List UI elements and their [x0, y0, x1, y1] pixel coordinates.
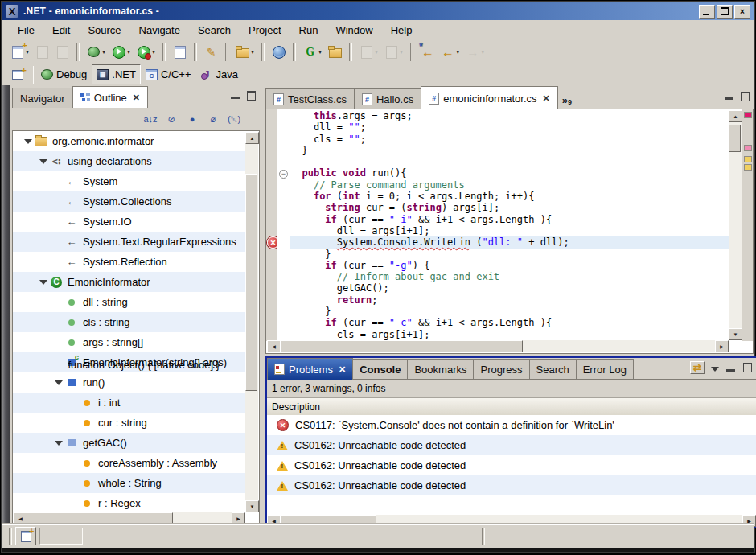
- debug-button[interactable]: ▾: [84, 43, 109, 62]
- minimize-problems-button[interactable]: [725, 364, 736, 372]
- fast-view-button[interactable]: [15, 527, 36, 545]
- tab-console[interactable]: Console: [352, 359, 408, 379]
- annotation-ruler[interactable]: ✕: [266, 109, 277, 341]
- code-line[interactable]: if (cur == "-g") {: [290, 260, 729, 271]
- view-menu-icon[interactable]: [711, 367, 719, 372]
- title-bar[interactable]: X .NET - emonicinformator.cs - ×: [2, 2, 754, 20]
- menu-help[interactable]: Help: [382, 22, 421, 39]
- format-button[interactable]: ✎: [201, 43, 221, 62]
- dropdown-arrow-icon[interactable]: ▾: [152, 48, 155, 56]
- tree-item[interactable]: r : Regex: [13, 493, 245, 513]
- overview-ruler[interactable]: [742, 109, 753, 341]
- minimize-editor-button[interactable]: [724, 92, 734, 101]
- overview-marker[interactable]: [744, 112, 752, 118]
- code-editor[interactable]: this.args = args; dll = ""; cls = ""; } …: [290, 110, 729, 341]
- tree-item[interactable]: run(): [13, 372, 245, 393]
- scroll-thumb[interactable]: [280, 340, 523, 352]
- dropdown-arrow-icon[interactable]: ▾: [251, 48, 254, 56]
- code-line[interactable]: for (int i = 0; i < args.Length; i++){: [290, 191, 729, 202]
- minimize-view-button[interactable]: [230, 91, 240, 100]
- maximize-problems-button[interactable]: [742, 364, 753, 372]
- hide-locals-icon[interactable]: (␡): [228, 113, 240, 125]
- perspective-debug[interactable]: Debug: [36, 64, 92, 84]
- perspective-java[interactable]: JJava: [196, 64, 243, 84]
- close-tab-icon[interactable]: ✕: [339, 364, 346, 375]
- code-line[interactable]: // Inform about gac and exit: [290, 271, 729, 282]
- tree-item[interactable]: ←System.Text.RegularExpressions: [13, 232, 245, 252]
- problem-row[interactable]: ✕CS0117: `System.Console' does not conta…: [267, 415, 756, 435]
- editor-tab-hallocs[interactable]: Hallo.cs: [354, 88, 421, 109]
- code-line[interactable]: dll = "";: [290, 121, 729, 133]
- problem-row[interactable]: CS0162: Unreachable code detected: [267, 455, 756, 475]
- sort-icon[interactable]: a↓z: [144, 113, 157, 125]
- sync-with-editor-icon[interactable]: ⇄: [690, 361, 705, 374]
- editor-tab-testclasscs[interactable]: TestClass.cs: [265, 88, 355, 109]
- code-line[interactable]: getGAC();: [290, 282, 729, 294]
- menu-edit[interactable]: Edit: [43, 22, 79, 39]
- scroll-down-button[interactable]: ▼: [245, 500, 259, 512]
- folding-ruler[interactable]: −: [277, 109, 290, 341]
- problem-row[interactable]: CS0162: Unreachable code detected: [267, 435, 756, 455]
- editor-overflow-chevron[interactable]: »9: [562, 94, 572, 106]
- maximize-view-button[interactable]: [246, 91, 257, 100]
- code-line[interactable]: this.args = args;: [290, 110, 729, 121]
- close-button[interactable]: ×: [734, 5, 750, 18]
- tree-item[interactable]: coreAssembly : Assembly: [13, 453, 245, 473]
- open-type-button[interactable]: ▾: [232, 43, 257, 62]
- tree-item[interactable]: cur : string: [13, 413, 245, 433]
- tab-progress[interactable]: Progress: [473, 359, 529, 379]
- run-button[interactable]: ▾: [109, 43, 134, 62]
- code-line[interactable]: System.Console.WriteLin ("dll: " + dll);: [290, 236, 729, 248]
- code-line[interactable]: }: [290, 145, 729, 156]
- new-class-button[interactable]: [170, 43, 190, 62]
- scroll-right-button[interactable]: ▶: [715, 340, 729, 352]
- code-line[interactable]: if (cur == "-i" && i+1 < args.Length ){: [290, 214, 729, 225]
- maximize-editor-button[interactable]: [740, 92, 750, 101]
- hide-fields-icon[interactable]: ⊘: [165, 113, 178, 125]
- code-line[interactable]: [290, 156, 729, 167]
- menu-project[interactable]: Project: [240, 22, 290, 39]
- dropdown-arrow-icon[interactable]: ▾: [102, 48, 105, 56]
- scroll-down-button[interactable]: ▼: [729, 328, 742, 340]
- outline-horizontal-scrollbar[interactable]: ◀ ▶: [14, 512, 245, 524]
- menu-run[interactable]: Run: [290, 22, 327, 39]
- tab-error-log[interactable]: Error Log: [576, 359, 634, 379]
- expander-icon[interactable]: [39, 278, 47, 286]
- import-button[interactable]: [325, 43, 345, 62]
- overview-marker[interactable]: [744, 156, 752, 162]
- tree-item[interactable]: args : string[]: [13, 332, 245, 352]
- hide-static-icon[interactable]: ⌀: [207, 113, 220, 125]
- scroll-up-button[interactable]: ▲: [245, 132, 259, 144]
- tree-item[interactable]: ←System: [13, 171, 245, 191]
- tab-outline[interactable]: Outline✕: [72, 86, 148, 109]
- menu-source[interactable]: Source: [79, 22, 129, 39]
- tree-item[interactable]: ←System.IO: [13, 212, 245, 232]
- new-wizard-button[interactable]: ▾: [7, 43, 32, 62]
- overview-marker[interactable]: [744, 145, 752, 151]
- scroll-left-button[interactable]: ◀: [267, 340, 281, 352]
- tab-search[interactable]: Search: [529, 359, 577, 379]
- tab-navigator[interactable]: Navigator: [12, 88, 73, 108]
- tree-item[interactable]: getGAC(): [13, 433, 245, 453]
- scroll-up-button[interactable]: ▲: [729, 110, 742, 122]
- minimize-button[interactable]: [699, 5, 715, 18]
- tab-bookmarks[interactable]: Bookmarks: [407, 359, 474, 379]
- tree-item[interactable]: dll : string: [13, 292, 245, 312]
- menu-search[interactable]: Search: [189, 22, 240, 39]
- tab-problems[interactable]: Problems✕: [267, 358, 353, 380]
- outline-vertical-scrollbar[interactable]: ▲ ▼: [245, 132, 258, 512]
- close-tab-icon[interactable]: ✕: [543, 93, 550, 104]
- open-browser-button[interactable]: [269, 43, 289, 62]
- code-line[interactable]: dll = args[i+1];: [290, 225, 729, 236]
- scroll-right-button[interactable]: ▶: [232, 512, 245, 524]
- run-external-button[interactable]: ▾: [134, 43, 158, 62]
- scroll-thumb[interactable]: [245, 174, 257, 391]
- perspective-cc[interactable]: CC/C++: [141, 64, 196, 84]
- tree-item[interactable]: ←System.Collections: [13, 191, 245, 212]
- tree-item[interactable]: ←System.Reflection: [13, 252, 245, 272]
- overview-marker[interactable]: [744, 164, 752, 171]
- code-line[interactable]: public void run(){: [290, 167, 729, 179]
- editor-horizontal-scrollbar[interactable]: ◀ ▶: [267, 340, 729, 352]
- tree-item[interactable]: <∶using declarations: [13, 151, 245, 171]
- code-line[interactable]: // Parse command arguments: [290, 179, 729, 191]
